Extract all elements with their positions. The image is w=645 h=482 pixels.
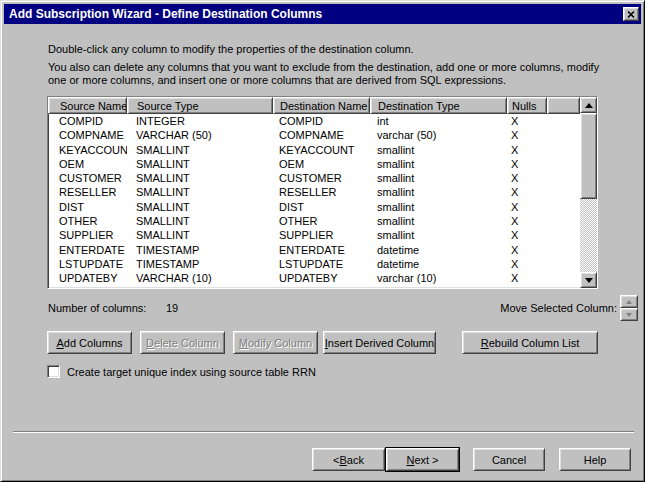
table-cell: OTHER xyxy=(48,214,127,228)
table-cell: smallint xyxy=(370,185,507,199)
table-cell: varchar (50) xyxy=(370,128,507,142)
table-body: COMPIDINTEGERCOMPIDintXCOMPNAMEVARCHAR (… xyxy=(48,114,580,286)
nav-buttons: < BackNext >CancelHelp xyxy=(1,448,645,471)
arrow-up-icon xyxy=(585,103,593,108)
rebuild-column-list-button[interactable]: Rebuild Column List xyxy=(462,331,598,354)
table-row[interactable]: ENTERDATETIMESTAMPENTERDATEdatetimeX xyxy=(48,243,580,257)
table-cell: smallint xyxy=(370,228,507,242)
table-cell: CUSTOMER xyxy=(273,171,370,185)
table-cell: TIMESTAMP xyxy=(127,257,273,271)
move-selected-column-label: Move Selected Column: xyxy=(441,302,617,314)
move-column-spinner xyxy=(620,295,638,321)
table-cell: VARCHAR (50) xyxy=(127,128,273,142)
table-cell: RESELLER xyxy=(273,185,370,199)
table-cell: COMPID xyxy=(48,114,127,128)
table-cell: OTHER xyxy=(273,214,370,228)
close-button[interactable] xyxy=(623,7,639,21)
table-cell: smallint xyxy=(370,214,507,228)
table-cell: X xyxy=(507,214,547,228)
window-title: Add Subscription Wizard - Define Destina… xyxy=(9,7,322,21)
table-row[interactable]: OEMSMALLINTOEMsmallintX xyxy=(48,157,580,171)
table-cell: ENTERDATE xyxy=(48,243,127,257)
rrn-checkbox-label: Create target unique index using source … xyxy=(67,366,316,378)
table-cell: UPDATEBY xyxy=(48,271,127,285)
table-row[interactable]: COMPIDINTEGERCOMPIDintX xyxy=(48,114,580,128)
scroll-up-button[interactable] xyxy=(580,97,597,113)
table-cell: RESELLER xyxy=(48,185,127,199)
cancel-button[interactable]: Cancel xyxy=(473,448,545,471)
help-button[interactable]: Help xyxy=(559,448,631,471)
rrn-checkbox-row[interactable]: Create target unique index using source … xyxy=(47,365,316,378)
wizard-dialog: Add Subscription Wizard - Define Destina… xyxy=(0,0,645,482)
table-row[interactable]: SUPPLIERSMALLINTSUPPLIERsmallintX xyxy=(48,228,580,242)
table-cell: int xyxy=(370,114,507,128)
table-cell: X xyxy=(507,128,547,142)
vertical-scrollbar[interactable] xyxy=(580,97,597,288)
table-cell: SMALLINT xyxy=(127,143,273,157)
close-icon xyxy=(627,7,635,21)
column-header[interactable]: Source Name xyxy=(48,97,127,114)
instruction-line-1: Double-click any column to modify the pr… xyxy=(48,43,414,56)
move-down-button[interactable] xyxy=(620,308,638,321)
table-cell: X xyxy=(507,228,547,242)
insert-derived-column-button[interactable]: Insert Derived Column xyxy=(323,331,436,354)
divider xyxy=(13,431,634,433)
table-row[interactable]: CUSTOMERSMALLINTCUSTOMERsmallintX xyxy=(48,171,580,185)
columns-list-content: Source NameSource TypeDestination NameDe… xyxy=(48,97,580,288)
table-cell: X xyxy=(507,157,547,171)
table-cell: OEM xyxy=(273,157,370,171)
table-cell: KEYACCOUNT xyxy=(48,143,127,157)
number-of-columns-label: Number of columns: xyxy=(48,302,146,314)
table-cell: SMALLINT xyxy=(127,185,273,199)
number-of-columns: Number of columns: 19 xyxy=(48,302,146,314)
scrollbar-track[interactable] xyxy=(580,199,597,272)
delete-column-button[interactable]: Delete Column xyxy=(140,331,225,354)
table-cell: SMALLINT xyxy=(127,228,273,242)
table-cell: X xyxy=(507,243,547,257)
table-cell: X xyxy=(507,200,547,214)
column-header[interactable]: Destination Type xyxy=(370,97,507,114)
table-cell: DIST xyxy=(273,200,370,214)
column-header[interactable]: Nulls xyxy=(507,97,547,114)
columns-listview: Source NameSource TypeDestination NameDe… xyxy=(47,96,598,289)
table-row[interactable]: OTHERSMALLINTOTHERsmallintX xyxy=(48,214,580,228)
rrn-checkbox[interactable] xyxy=(47,365,60,378)
title-bar: Add Subscription Wizard - Define Destina… xyxy=(4,4,641,24)
column-header[interactable]: Destination Name xyxy=(273,97,370,114)
scrollbar-thumb[interactable] xyxy=(580,113,597,199)
move-up-button[interactable] xyxy=(620,295,638,308)
next-button[interactable]: Next > xyxy=(386,448,459,471)
table-cell: X xyxy=(507,271,547,285)
table-cell: SUPPLIER xyxy=(273,228,370,242)
table-cell: LSTUPDATE xyxy=(48,257,127,271)
table-row[interactable]: RESELLERSMALLINTRESELLERsmallintX xyxy=(48,185,580,199)
table-cell: SMALLINT xyxy=(127,157,273,171)
table-row[interactable]: KEYACCOUNTSMALLINTKEYACCOUNTsmallintX xyxy=(48,143,580,157)
table-cell: DIST xyxy=(48,200,127,214)
table-cell: SMALLINT xyxy=(127,200,273,214)
instruction-line-2: You also can delete any columns that you… xyxy=(48,61,599,74)
table-cell: smallint xyxy=(370,143,507,157)
table-cell: smallint xyxy=(370,171,507,185)
table-row[interactable]: COMPNAMEVARCHAR (50)COMPNAMEvarchar (50)… xyxy=(48,128,580,142)
scroll-down-button[interactable] xyxy=(580,272,597,288)
table-row[interactable]: UPDATEBYVARCHAR (10)UPDATEBYvarchar (10)… xyxy=(48,271,580,285)
table-cell: COMPNAME xyxy=(48,128,127,142)
spinner-down-icon xyxy=(626,313,632,317)
table-row[interactable]: DISTSMALLINTDISTsmallintX xyxy=(48,200,580,214)
table-cell: COMPID xyxy=(273,114,370,128)
table-row[interactable]: LSTUPDATETIMESTAMPLSTUPDATEdatetimeX xyxy=(48,257,580,271)
table-cell: X xyxy=(507,185,547,199)
add-columns-button[interactable]: Add Columns xyxy=(47,331,132,354)
table-cell: TIMESTAMP xyxy=(127,243,273,257)
back-button[interactable]: < Back xyxy=(312,448,385,471)
table-cell: X xyxy=(507,257,547,271)
table-cell: X xyxy=(507,171,547,185)
action-buttons: Add ColumnsDelete ColumnModify ColumnIns… xyxy=(1,331,645,354)
column-header[interactable]: Source Type xyxy=(127,97,273,114)
modify-column-button[interactable]: Modify Column xyxy=(233,331,318,354)
table-cell: smallint xyxy=(370,157,507,171)
table-cell: datetime xyxy=(370,243,507,257)
table-cell: SUPPLIER xyxy=(48,228,127,242)
table-cell: SMALLINT xyxy=(127,214,273,228)
